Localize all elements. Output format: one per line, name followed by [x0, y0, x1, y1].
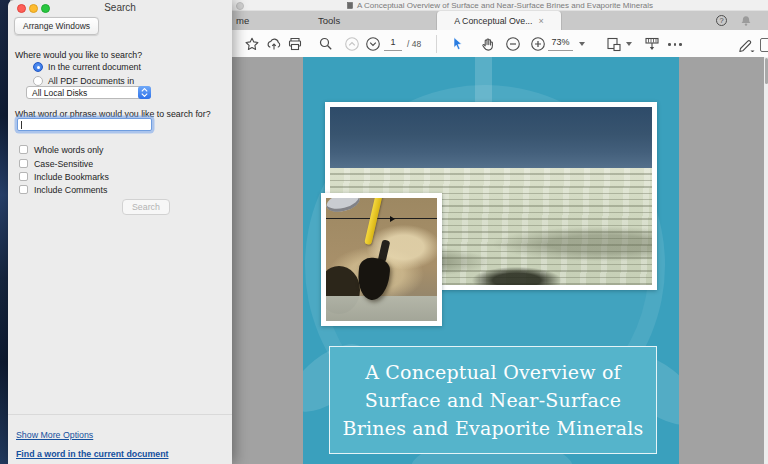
radio-selected-icon[interactable]	[33, 62, 43, 72]
print-icon[interactable]	[287, 36, 303, 52]
viewer-scrollbar[interactable]	[764, 57, 768, 464]
search-input[interactable]	[17, 118, 152, 131]
acrobat-titlebar[interactable]: A Conceptual Overview of Surface and Nea…	[232, 0, 768, 11]
show-more-options-link[interactable]: Show More Options	[16, 430, 93, 440]
shovel-photo	[321, 193, 442, 326]
checkbox-label: Whole words only	[34, 145, 103, 155]
page-fit-icon[interactable]	[606, 36, 622, 52]
panel-divider	[8, 414, 232, 415]
checkbox-include-bookmarks[interactable]: Include Bookmarks	[19, 171, 109, 182]
tab-document-label: A Conceptual Ove...	[454, 16, 532, 26]
search-button[interactable]: Search	[122, 199, 170, 215]
zoom-level-value[interactable]: 73%	[548, 37, 573, 51]
slide-title-box: A Conceptual Overview of Surface and Nea…	[329, 346, 657, 454]
photo-shovel-handle	[364, 198, 383, 245]
arrange-windows-button[interactable]: Arrange Windows	[14, 17, 99, 35]
slide-title-line: A Conceptual Overview of	[365, 358, 621, 386]
where-question-label: Where would you like to search?	[15, 50, 142, 60]
more-tools-icon[interactable]	[668, 43, 682, 46]
checkbox-icon[interactable]	[19, 145, 28, 154]
checkbox-label: Include Bookmarks	[34, 172, 109, 182]
select-tool-pointer-icon[interactable]	[450, 36, 466, 52]
next-page-icon[interactable]	[365, 36, 381, 52]
photo-brine-pool	[326, 296, 437, 321]
checkbox-include-comments[interactable]: Include Comments	[19, 184, 107, 195]
radio-current-label: In the current document	[48, 62, 141, 72]
tab-home-partial[interactable]: me	[236, 11, 249, 30]
zoom-out-icon[interactable]	[505, 36, 521, 52]
radio-unselected-icon[interactable]	[33, 76, 43, 86]
acrobat-window-title: A Conceptual Overview of Surface and Nea…	[357, 1, 653, 10]
checkbox-case-sensitive[interactable]: Case-Sensitive	[19, 158, 93, 169]
radio-all-pdf-label: All PDF Documents in	[48, 76, 134, 86]
scrolling-mode-icon[interactable]	[644, 36, 660, 52]
dropdown-stepper-icon[interactable]	[138, 86, 151, 99]
checkbox-label: Case-Sensitive	[34, 159, 93, 169]
previous-page-icon[interactable]	[344, 36, 360, 52]
tab-close-icon[interactable]: ×	[538, 16, 543, 26]
fill-and-sign-pen-icon[interactable]	[738, 36, 754, 52]
checkbox-icon[interactable]	[19, 172, 28, 181]
tab-tools[interactable]: Tools	[318, 11, 340, 30]
cloud-upload-icon[interactable]	[266, 36, 282, 52]
search-window-titlebar[interactable]: Search	[8, 0, 232, 14]
document-proxy-icon	[347, 2, 353, 9]
checkbox-label: Include Comments	[34, 185, 107, 195]
tab-document[interactable]: A Conceptual Ove... ×	[436, 11, 562, 30]
checkbox-icon[interactable]	[19, 159, 28, 168]
page-fit-caret-icon[interactable]	[626, 42, 632, 46]
notifications-bell-icon[interactable]	[740, 15, 752, 27]
zoom-in-icon[interactable]	[530, 36, 546, 52]
scrollbar-thumb[interactable]	[765, 58, 768, 84]
location-dropdown[interactable]: All Local Disks	[26, 86, 151, 99]
toolbar-divider	[436, 35, 437, 53]
hand-tool-icon[interactable]	[480, 36, 496, 52]
photo-boot	[326, 198, 362, 215]
tab-bar: me Tools A Conceptual Ove... × ?	[232, 11, 768, 30]
photo-measure-arrow	[390, 216, 395, 222]
search-window-title: Search	[8, 2, 232, 13]
photo-measure-line	[326, 218, 437, 219]
radio-in-current-document[interactable]: In the current document	[33, 61, 141, 72]
zoom-dropdown-caret-icon[interactable]	[579, 42, 585, 46]
photo-sky	[330, 107, 652, 168]
text-caret	[21, 121, 22, 129]
favorite-star-icon[interactable]	[244, 36, 260, 52]
toolbar: 1 / 48 73%	[232, 30, 768, 58]
share-icon-partial[interactable]	[760, 38, 768, 52]
help-icon[interactable]: ?	[716, 15, 727, 26]
radio-all-pdf-documents[interactable]: All PDF Documents in	[33, 75, 134, 86]
slide-title-line: Surface and Near-Surface	[365, 386, 621, 414]
checkbox-whole-words[interactable]: Whole words only	[19, 144, 103, 155]
search-window: Search Arrange Windows Where would you l…	[8, 0, 232, 464]
page-count-label: / 48	[407, 39, 421, 49]
search-icon[interactable]	[318, 36, 334, 52]
location-dropdown-value: All Local Disks	[27, 88, 138, 98]
page-number-input[interactable]: 1	[384, 37, 402, 51]
pdf-page: A Conceptual Overview of Surface and Nea…	[303, 57, 679, 464]
screen: Search Arrange Windows Where would you l…	[0, 0, 768, 464]
checkbox-icon[interactable]	[19, 185, 28, 194]
find-word-link[interactable]: Find a word in the current document	[16, 449, 169, 459]
document-viewer[interactable]: A Conceptual Overview of Surface and Nea…	[232, 57, 768, 464]
photo-shovel-blade	[356, 256, 391, 301]
acrobat-window: A Conceptual Overview of Surface and Nea…	[232, 0, 768, 464]
slide-title-line: Brines and Evaporite Minerals	[343, 414, 644, 442]
